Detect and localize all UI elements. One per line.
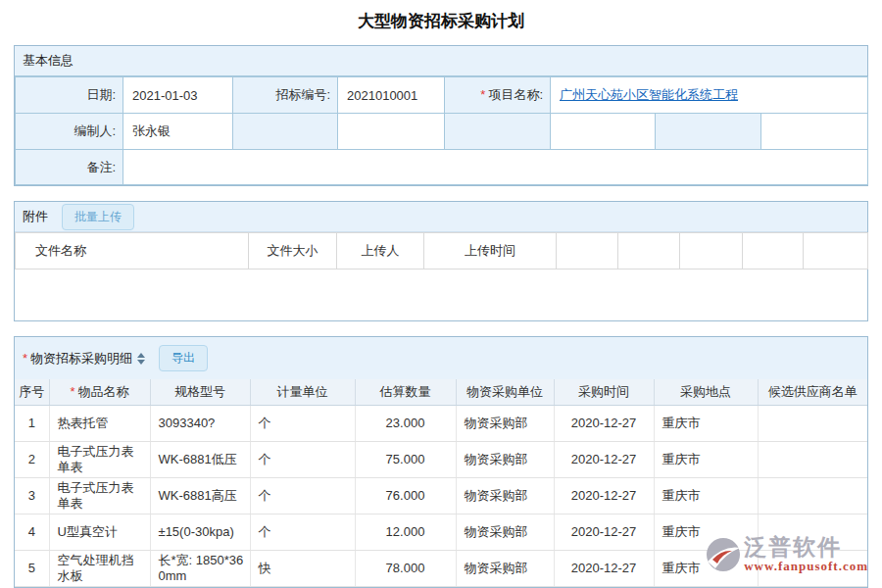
col-empty [743,233,804,270]
table-cell: 热表托管 [49,405,150,441]
page-title: 大型物资招标采购计划 [0,0,882,45]
table-row: 4U型真空计±15(0-30kpa)个12.000物资采购部2020-12-27… [15,514,867,550]
table-cell [758,514,867,550]
basic-info-row-1: 日期: 2021-01-03 招标编号: 2021010001 *项目名称: 广… [16,77,868,114]
table-cell: 75.000 [355,441,456,477]
empty-value-cell [338,114,445,150]
table-cell: 重庆市 [654,514,758,550]
table-cell: 个 [250,514,355,550]
col-procurement-time: 采购时间 [554,379,654,405]
table-cell: 76.000 [355,477,456,514]
table-cell: 3093340? [150,405,250,441]
table-cell [758,441,867,477]
table-cell: 12.000 [355,514,456,550]
table-row: 3电子式压力表单表WK-6881高压个76.000物资采购部2020-12-27… [15,477,867,514]
table-cell: 4 [15,514,49,550]
table-cell: 重庆市 [654,441,758,477]
compiler-label: 编制人: [16,114,123,150]
required-asterisk: * [480,87,485,102]
bid-no-label: 招标编号: [233,77,338,114]
remark-label: 备注: [16,150,123,185]
table-cell: 23.000 [355,405,456,441]
col-empty [804,233,868,270]
required-asterisk: * [70,384,74,399]
attachments-header: 附件 批量上传 [15,202,867,232]
detail-table: 序号 *物品名称 规格型号 计量单位 估算数量 物资采购单位 采购时间 采购地点… [15,379,867,587]
export-button[interactable]: 导出 [159,345,208,371]
table-cell: 2020-12-27 [554,514,654,550]
basic-info-section: 基本信息 日期: 2021-01-03 招标编号: 2021010001 *项目… [14,45,868,186]
batch-upload-button[interactable]: 批量上传 [62,204,134,230]
detail-section: * 物资招标采购明细 导出 序号 *物品名称 规格型号 计量单位 估算数量 物资… [14,336,868,588]
compiler-value: 张永银 [123,114,233,150]
table-cell: 物资采购部 [456,477,554,514]
table-cell: 物资采购部 [456,405,554,441]
empty-value-cell [551,114,656,150]
table-cell: 重庆市 [654,550,758,586]
attachments-empty-area [15,270,867,320]
table-cell: 快 [250,550,355,586]
table-cell: 3 [15,477,49,514]
table-cell: 重庆市 [654,477,758,514]
col-spec-model: 规格型号 [150,379,250,405]
col-seq: 序号 [15,379,49,405]
project-name-link[interactable]: 广州天心苑小区智能化系统工程 [560,87,738,102]
basic-info-table: 日期: 2021-01-03 招标编号: 2021010001 *项目名称: 广… [15,76,868,185]
table-cell: U型真空计 [49,514,150,550]
attachments-title: 附件 [23,208,48,225]
col-upload-time: 上传时间 [424,233,557,270]
empty-label-cell [233,114,338,150]
required-asterisk: * [23,351,27,366]
table-cell: 2 [15,441,49,477]
table-cell: 2020-12-27 [554,441,654,477]
project-name-label: *项目名称: [445,77,551,114]
table-cell: 物资采购部 [456,550,554,586]
attachments-section: 附件 批量上传 文件名称 文件大小 上传人 上传时间 [14,201,868,321]
table-cell: ±15(0-30kpa) [150,514,250,550]
table-cell: 个 [250,441,355,477]
sort-icon[interactable] [137,353,145,365]
detail-header-row: 序号 *物品名称 规格型号 计量单位 估算数量 物资采购单位 采购时间 采购地点… [15,379,867,405]
col-item-name: *物品名称 [49,379,150,405]
table-cell [758,405,867,441]
table-cell: 空气处理机挡水板 [49,550,150,586]
table-cell: 个 [250,477,355,514]
col-empty [680,233,743,270]
detail-header: * 物资招标采购明细 导出 [15,337,867,379]
detail-title: 物资招标采购明细 [30,350,132,368]
attachments-header-row: 文件名称 文件大小 上传人 上传时间 [16,233,868,270]
col-procurement-place: 采购地点 [654,379,758,405]
table-cell: 1 [15,405,49,441]
col-file-size: 文件大小 [249,233,337,270]
table-cell: 物资采购部 [456,514,554,550]
basic-info-row-3: 备注: [16,150,868,185]
table-cell: WK-6881低压 [150,441,250,477]
table-cell: 长*宽: 1850*360mm [150,550,250,586]
table-cell: 电子式压力表单表 [49,477,150,514]
table-cell: WK-6881高压 [150,477,250,514]
table-cell: 2020-12-27 [554,477,654,514]
empty-label-cell [445,114,551,150]
col-empty [618,233,680,270]
table-cell: 5 [15,550,49,586]
table-cell: 电子式压力表单表 [49,441,150,477]
empty-label-cell [656,114,761,150]
table-row: 2电子式压力表单表WK-6881低压个75.000物资采购部2020-12-27… [15,441,867,477]
sort-desc-icon [137,360,145,365]
detail-table-body: 1热表托管3093340?个23.000物资采购部2020-12-27重庆市2电… [15,405,867,586]
table-cell: 个 [250,405,355,441]
table-cell: 78.000 [355,550,456,586]
col-estimated-qty: 估算数量 [355,379,456,405]
basic-info-header: 基本信息 [15,46,867,76]
col-candidate-suppliers: 候选供应商名单 [758,379,867,405]
project-name-cell: 广州天心苑小区智能化系统工程 [551,77,868,114]
table-cell: 2020-12-27 [554,405,654,441]
bid-no-value: 2021010001 [338,77,445,114]
basic-info-title: 基本信息 [23,52,74,70]
table-row: 5空气处理机挡水板长*宽: 1850*360mm快78.000物资采购部2020… [15,550,867,586]
col-uploader: 上传人 [337,233,424,270]
col-empty [557,233,618,270]
date-value: 2021-01-03 [123,77,233,114]
table-cell [758,477,867,514]
date-label: 日期: [16,77,123,114]
